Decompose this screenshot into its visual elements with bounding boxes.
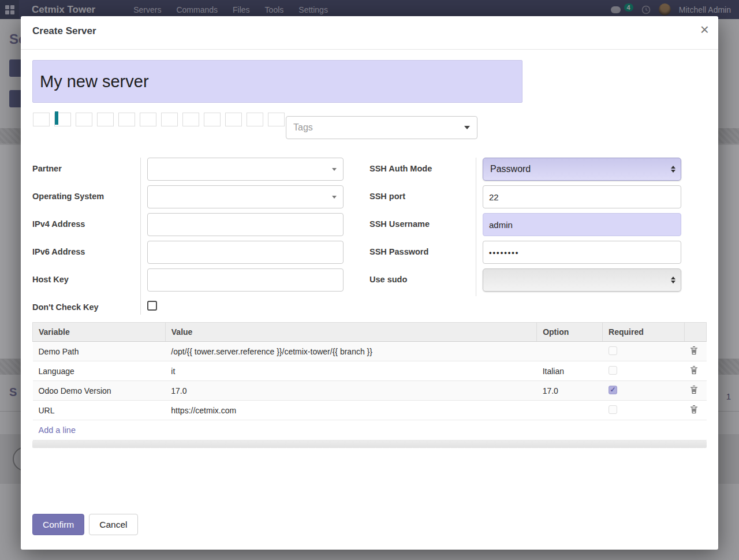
col-header-actions <box>684 323 706 342</box>
add-a-line-link[interactable]: Add a line <box>39 425 76 435</box>
color-picker <box>33 113 285 126</box>
form-column-left: Partner Operating System IPv4 Address IP… <box>32 158 344 315</box>
cell-variable[interactable]: Odoo Demo Version <box>33 381 166 401</box>
table-row[interactable]: URL https://cetmix.com <box>33 401 707 420</box>
use-sudo-select[interactable] <box>483 268 681 292</box>
cell-option[interactable]: 17.0 <box>537 381 603 401</box>
color-swatch-orange[interactable] <box>76 113 92 126</box>
color-swatch-salmon-pink[interactable] <box>161 113 178 126</box>
server-name-input[interactable] <box>32 60 522 103</box>
color-swatch-green[interactable] <box>247 113 263 126</box>
color-swatch-dark-purple[interactable] <box>140 113 156 126</box>
host-key-input[interactable] <box>147 268 344 292</box>
required-checkbox[interactable] <box>609 346 617 355</box>
cell-value[interactable]: 17.0 <box>165 381 536 401</box>
partner-dropdown[interactable] <box>147 158 344 181</box>
cell-option[interactable] <box>537 342 603 361</box>
color-swatch-light-blue[interactable] <box>118 113 135 126</box>
cell-variable[interactable]: Demo Path <box>33 342 166 361</box>
ssh-auth-mode-label: SSH Auth Mode <box>370 158 476 185</box>
cell-option[interactable]: Italian <box>537 361 603 381</box>
cell-value[interactable]: it <box>165 361 536 381</box>
col-header-value: Value <box>165 323 536 342</box>
color-swatch-none[interactable] <box>33 113 50 126</box>
close-icon[interactable]: × <box>700 21 709 39</box>
color-swatch-dark-blue[interactable] <box>204 113 221 126</box>
col-header-variable: Variable <box>33 323 166 342</box>
variables-table: Variable Value Option Required Demo Path… <box>32 322 707 440</box>
add-line-row: Add a line <box>33 420 707 440</box>
cell-variable[interactable]: URL <box>33 401 166 420</box>
select-updown-icon <box>671 277 675 283</box>
table-row[interactable]: Language it Italian <box>33 361 707 381</box>
col-header-option: Option <box>537 323 603 342</box>
chevron-down-icon <box>464 126 470 129</box>
dont-check-key-label: Don't Check Key <box>32 296 140 315</box>
modal-footer: Confirm Cancel <box>32 514 138 535</box>
partner-label: Partner <box>32 158 140 185</box>
tags-input[interactable] <box>286 122 464 133</box>
color-swatch-yellow[interactable] <box>97 113 114 126</box>
ssh-auth-mode-select[interactable]: Password <box>483 158 681 181</box>
table-row[interactable]: Demo Path /opt/{{ tower.server.reference… <box>33 342 707 361</box>
ipv4-address-label: IPv4 Address <box>32 213 140 241</box>
select-updown-icon <box>671 166 675 173</box>
ssh-auth-mode-value: Password <box>490 164 531 174</box>
modal-header-divider <box>21 49 718 50</box>
col-header-required: Required <box>603 323 685 342</box>
ipv6-address-label: IPv6 Address <box>32 241 140 268</box>
modal-title: Create Server <box>32 25 96 37</box>
tags-field[interactable] <box>286 116 477 139</box>
table-row[interactable]: Odoo Demo Version 17.0 17.0 <box>33 381 707 401</box>
color-swatch-purple[interactable] <box>268 113 285 126</box>
ssh-password-input[interactable] <box>483 241 681 264</box>
variables-table-header: Variable Value Option Required <box>33 323 707 342</box>
trash-icon[interactable] <box>690 385 698 396</box>
ssh-port-input[interactable] <box>483 185 681 208</box>
cell-value[interactable]: /opt/{{ tower.server.reference }}/cetmix… <box>165 342 536 361</box>
dont-check-key-checkbox[interactable] <box>147 301 157 311</box>
host-key-label: Host Key <box>32 268 140 296</box>
color-swatch-red[interactable] <box>54 113 71 126</box>
trash-icon[interactable] <box>690 365 698 376</box>
operating-system-label: Operating System <box>32 185 140 213</box>
cell-variable[interactable]: Language <box>33 361 166 381</box>
ssh-port-label: SSH port <box>370 185 476 213</box>
cell-option[interactable] <box>537 401 603 420</box>
cancel-button[interactable]: Cancel <box>89 514 137 535</box>
ipv6-address-input[interactable] <box>147 241 344 264</box>
use-sudo-label: Use sudo <box>370 268 476 296</box>
color-swatch-fuchsia[interactable] <box>225 113 242 126</box>
ssh-username-input[interactable] <box>483 213 681 236</box>
trash-icon[interactable] <box>690 346 698 357</box>
trash-icon[interactable] <box>690 405 698 416</box>
ssh-password-label: SSH Password <box>370 241 476 268</box>
ipv4-address-input[interactable] <box>147 213 344 236</box>
required-checkbox[interactable] <box>609 386 617 394</box>
cell-value[interactable]: https://cetmix.com <box>165 401 536 420</box>
confirm-button[interactable]: Confirm <box>32 514 84 535</box>
color-swatch-medium-blue[interactable] <box>182 113 199 126</box>
required-checkbox[interactable] <box>609 405 617 414</box>
form-column-right: SSH Auth Mode Password SSH port SSH User… <box>370 158 681 296</box>
required-checkbox[interactable] <box>609 366 617 375</box>
create-server-modal: Create Server × Partner Operating System <box>21 16 718 550</box>
ssh-username-label: SSH Username <box>370 213 476 241</box>
operating-system-dropdown[interactable] <box>147 185 344 208</box>
horizontal-scrollbar[interactable] <box>32 440 707 448</box>
